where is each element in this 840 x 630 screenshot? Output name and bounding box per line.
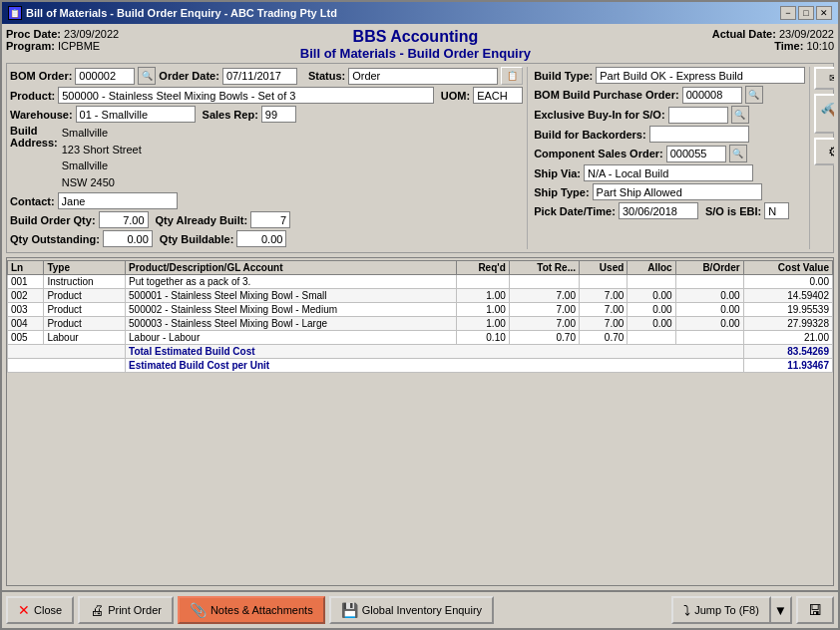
status-input[interactable] [348,68,498,85]
print-order-button[interactable]: 🖨 Print Order [78,596,174,624]
page-title: Bill of Materials - Build Order Enquiry [300,46,531,61]
cell-tot-re: 0.70 [509,331,579,345]
cell-used: 7.00 [579,317,627,331]
ship-type-row: Ship Type: [534,183,805,200]
pick-datetime-input[interactable] [619,202,698,219]
contact-input[interactable] [58,192,178,209]
uom-input[interactable] [473,87,523,104]
build-address-row: BuildAddress: Smallville 123 Short Stree… [10,125,142,190]
warehouse-input[interactable] [76,106,196,123]
cell-tot-re: 7.00 [509,317,579,331]
status-action-button[interactable]: 📋 [501,67,523,85]
qty-already-built-label: Qty Already Built: [156,214,248,226]
cell-cost: 19.95539 [743,303,832,317]
col-desc: Product/Description/GL Account [126,261,457,275]
bom-order-search-button[interactable]: 🔍 [138,67,156,85]
build-backorders-input[interactable] [649,126,749,143]
floppy-icon: 💾 [341,602,358,618]
company-name: BBS Accounting [300,28,531,46]
build-type-input[interactable] [596,67,805,84]
cell-reqd: 1.00 [456,303,509,317]
audit-trail-button[interactable]: ⚙ Audit Trail [814,138,834,165]
exclusive-buyin-input[interactable] [668,107,728,124]
build-address-content: Smallville 123 Short Street Smallville N… [62,125,142,190]
pick-datetime-row: Pick Date/Time: S/O is EBI: [534,202,805,219]
jump-to-arrow-button[interactable]: ▼ [771,596,792,624]
main-content: Proc Date: 23/09/2022 Program: ICPBME BB… [2,24,838,590]
builds-processed-button[interactable]: 🔨 Builds Processed [814,94,834,134]
ship-via-label: Ship Via: [534,167,581,179]
exclusive-buyin-label: Exclusive Buy-In for S/O: [534,109,664,121]
build-backorders-label: Build for Backorders: [534,129,645,141]
address-section: BuildAddress: Smallville 123 Short Stree… [10,125,523,190]
cell-cost: 27.99328 [743,317,832,331]
build-order-qty-input[interactable] [99,211,149,228]
status-label: Status: [308,70,345,82]
save-button[interactable]: 🖫 [796,596,834,624]
cell-alloc [628,275,675,289]
exclusive-buyin-search-button[interactable]: 🔍 [731,106,749,124]
gear-icon: ⚙ [828,144,834,159]
company-header: BBS Accounting Bill of Materials - Build… [300,28,531,61]
product-input[interactable] [58,87,434,104]
ship-type-input[interactable] [593,183,762,200]
jump-to-main-button[interactable]: ⤵ Jump To (F8) [671,596,771,624]
messages-button[interactable]: ✉ Messages [814,67,834,90]
hammer-icon: 🔨 [820,102,834,126]
bom-build-po-search-button[interactable]: 🔍 [745,86,763,104]
warehouse-label: Warehouse: [10,109,73,121]
cell-tot-re [509,275,579,289]
maximize-button[interactable]: □ [798,6,814,20]
qty-already-built-input[interactable] [250,211,290,228]
table-row: 004 Product 500003 - Stainless Steel Mix… [8,317,833,331]
address-line2: 123 Short Street [62,142,142,158]
qty-buildable-input[interactable] [236,230,286,247]
table-row: 001 Instruction Put together as a pack o… [8,275,833,289]
component-so-input[interactable] [666,146,726,162]
qty-outstanding-label: Qty Outstanding: [10,233,100,245]
col-tot-re: Tot Re... [509,261,579,275]
cell-border [675,331,743,345]
bom-build-po-label: BOM Build Purchase Order: [534,89,678,101]
close-button[interactable]: ✕ Close [6,596,74,624]
qty-outstanding-input[interactable] [103,230,153,247]
warehouse-row: Warehouse: Sales Rep: [10,106,523,123]
cell-cost: 21.00 [743,331,832,345]
close-window-button[interactable]: ✕ [816,6,832,20]
component-so-search-button[interactable]: 🔍 [729,145,747,162]
line-items-table: Ln Type Product/Description/GL Account R… [7,260,833,373]
cell-reqd: 0.10 [456,331,509,345]
cell-alloc: 0.00 [628,289,675,303]
col-ln: Ln [8,261,44,275]
cell-desc: Labour - Labour [126,331,457,345]
build-type-row: Build Type: [534,67,805,84]
cell-ln: 001 [8,275,44,289]
col-used: Used [579,261,627,275]
total-row: Total Estimated Build Cost 83.54269 [8,345,833,359]
cell-reqd: 1.00 [456,289,509,303]
cell-tot-re: 7.00 [509,289,579,303]
minimize-button[interactable]: − [780,6,796,20]
order-date-input[interactable] [222,68,297,85]
ship-via-input[interactable] [584,164,753,181]
qty-buildable-label: Qty Buildable: [160,233,234,245]
notes-attachments-button[interactable]: 📎 Notes & Attachments [178,596,325,624]
time-value: 10:10 [806,40,834,52]
global-inventory-button[interactable]: 💾 Global Inventory Enquiry [329,596,494,624]
actual-date-value: 23/09/2022 [779,28,834,40]
col-type: Type [44,261,126,275]
window-title: Bill of Materials - Build Order Enquiry … [26,7,337,19]
exclusive-buyin-row: Exclusive Buy-In for S/O: 🔍 [534,106,805,124]
program-label: Program: [6,40,55,52]
cell-border: 0.00 [675,289,743,303]
app-icon: 📋 [8,6,22,20]
sales-rep-input[interactable] [261,106,296,123]
cell-alloc [628,331,675,345]
ship-via-row: Ship Via: [534,164,805,181]
so-ebi-input[interactable] [764,202,789,219]
total-value: 83.54269 [743,345,832,359]
bom-order-input[interactable] [75,68,135,85]
build-order-qty-label: Build Order Qty: [10,214,96,226]
bom-build-po-input[interactable] [682,87,742,104]
cell-used: 7.00 [579,289,627,303]
